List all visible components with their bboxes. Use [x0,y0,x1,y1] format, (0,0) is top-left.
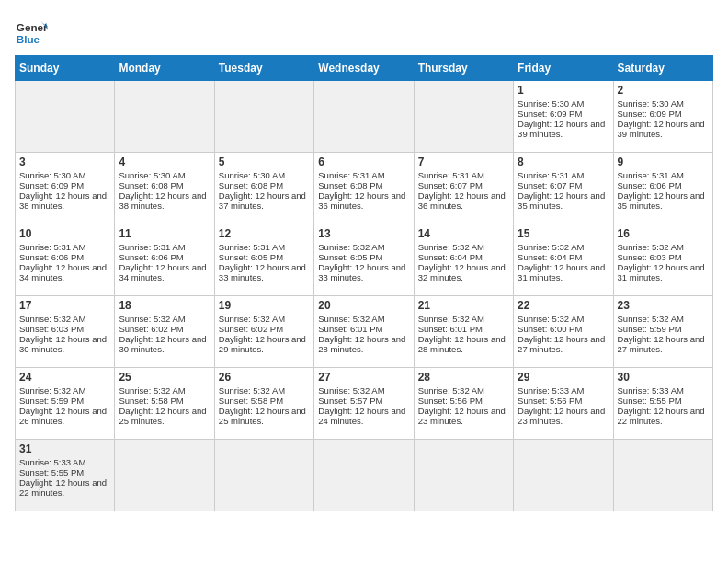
day-info: Sunrise: 5:32 AM [518,314,609,324]
day-number: 20 [318,299,409,312]
day-info: Daylight: 12 hours and 39 minutes. [518,119,609,139]
day-number: 24 [19,371,110,384]
day-number: 3 [19,155,110,168]
calendar-cell: 30Sunrise: 5:33 AMSunset: 5:55 PMDayligh… [613,368,712,440]
day-info: Sunset: 5:58 PM [219,396,310,406]
day-info: Sunrise: 5:32 AM [219,385,310,396]
day-info: Sunset: 6:06 PM [119,252,210,262]
calendar-cell [115,81,214,153]
calendar-cell [414,440,513,511]
day-info: Daylight: 12 hours and 35 minutes. [618,190,709,211]
day-info: Sunset: 6:02 PM [219,324,310,334]
day-info: Daylight: 12 hours and 30 minutes. [119,334,210,354]
page-header: General Blue [15,15,713,48]
day-info: Sunrise: 5:31 AM [19,242,110,252]
day-number: 17 [19,299,110,312]
calendar-cell: 11Sunrise: 5:31 AMSunset: 6:06 PMDayligh… [115,224,214,296]
calendar-cell: 16Sunrise: 5:32 AMSunset: 6:03 PMDayligh… [613,224,712,296]
svg-text:General: General [17,21,48,33]
day-info: Daylight: 12 hours and 38 minutes. [19,190,110,211]
day-info: Sunrise: 5:32 AM [618,314,709,324]
day-number: 22 [518,299,609,312]
calendar-cell: 7Sunrise: 5:31 AMSunset: 6:07 PMDaylight… [414,153,513,224]
day-info: Sunset: 5:55 PM [618,396,709,406]
day-info: Daylight: 12 hours and 22 minutes. [618,406,709,426]
day-info: Sunrise: 5:30 AM [618,98,709,109]
calendar-cell [613,440,712,511]
day-info: Sunset: 6:07 PM [518,180,609,190]
day-number: 2 [618,84,709,97]
day-info: Daylight: 12 hours and 32 minutes. [418,262,509,282]
day-info: Sunrise: 5:31 AM [618,170,709,180]
day-info: Daylight: 12 hours and 33 minutes. [318,262,409,282]
day-info: Sunrise: 5:32 AM [318,314,409,324]
day-info: Sunset: 6:06 PM [19,252,110,262]
calendar-cell: 19Sunrise: 5:32 AMSunset: 6:02 PMDayligh… [214,296,313,368]
day-info: Sunrise: 5:33 AM [19,457,110,467]
day-info: Sunrise: 5:32 AM [518,242,609,252]
day-info: Sunrise: 5:31 AM [418,170,509,180]
day-info: Daylight: 12 hours and 31 minutes. [618,262,709,282]
day-info: Sunrise: 5:33 AM [518,385,609,396]
day-info: Sunset: 5:58 PM [119,396,210,406]
day-info: Sunset: 5:56 PM [518,396,609,406]
day-info: Sunset: 5:59 PM [618,324,709,334]
day-info: Daylight: 12 hours and 27 minutes. [518,334,609,354]
weekday-header-friday: Friday [514,56,613,81]
day-number: 25 [119,371,210,384]
day-number: 1 [518,84,609,97]
calendar-cell: 21Sunrise: 5:32 AMSunset: 6:01 PMDayligh… [414,296,513,368]
calendar-cell: 28Sunrise: 5:32 AMSunset: 5:56 PMDayligh… [414,368,513,440]
day-info: Sunset: 6:08 PM [219,180,310,190]
day-info: Sunset: 6:04 PM [518,252,609,262]
day-info: Sunrise: 5:31 AM [518,170,609,180]
day-info: Sunrise: 5:32 AM [318,385,409,396]
day-info: Sunset: 6:08 PM [318,180,409,190]
day-info: Daylight: 12 hours and 39 minutes. [618,119,709,139]
day-info: Sunrise: 5:31 AM [318,170,409,180]
day-info: Sunset: 6:00 PM [518,324,609,334]
calendar-cell: 13Sunrise: 5:32 AMSunset: 6:05 PMDayligh… [314,224,414,296]
calendar-cell [414,81,513,153]
calendar-cell: 17Sunrise: 5:32 AMSunset: 6:03 PMDayligh… [16,296,115,368]
day-info: Sunrise: 5:32 AM [318,242,409,252]
day-info: Sunset: 6:06 PM [618,180,709,190]
weekday-header-thursday: Thursday [414,56,513,81]
calendar-cell: 27Sunrise: 5:32 AMSunset: 5:57 PMDayligh… [314,368,414,440]
day-number: 16 [618,227,709,240]
day-info: Sunrise: 5:32 AM [418,385,509,396]
day-info: Sunrise: 5:30 AM [119,170,210,180]
day-info: Daylight: 12 hours and 29 minutes. [219,334,310,354]
day-info: Sunrise: 5:32 AM [19,385,110,396]
calendar-cell: 1Sunrise: 5:30 AMSunset: 6:09 PMDaylight… [514,81,613,153]
day-info: Daylight: 12 hours and 25 minutes. [219,406,310,426]
calendar-cell: 6Sunrise: 5:31 AMSunset: 6:08 PMDaylight… [314,153,414,224]
calendar-cell [214,440,313,511]
calendar-cell: 9Sunrise: 5:31 AMSunset: 6:06 PMDaylight… [613,153,712,224]
day-info: Sunrise: 5:31 AM [219,242,310,252]
calendar-cell: 20Sunrise: 5:32 AMSunset: 6:01 PMDayligh… [314,296,414,368]
calendar-cell: 14Sunrise: 5:32 AMSunset: 6:04 PMDayligh… [414,224,513,296]
day-info: Sunrise: 5:32 AM [418,314,509,324]
calendar-cell: 5Sunrise: 5:30 AMSunset: 6:08 PMDaylight… [214,153,313,224]
day-info: Daylight: 12 hours and 37 minutes. [219,190,310,211]
calendar-cell: 18Sunrise: 5:32 AMSunset: 6:02 PMDayligh… [115,296,214,368]
day-info: Daylight: 12 hours and 27 minutes. [618,334,709,354]
day-number: 8 [518,155,609,168]
day-number: 19 [219,299,310,312]
calendar-cell [314,440,414,511]
day-number: 9 [618,155,709,168]
calendar-cell: 31Sunrise: 5:33 AMSunset: 5:55 PMDayligh… [16,440,115,511]
day-info: Sunset: 6:05 PM [219,252,310,262]
day-info: Sunset: 6:08 PM [119,180,210,190]
day-info: Sunset: 6:01 PM [318,324,409,334]
day-info: Sunrise: 5:30 AM [518,98,609,109]
day-info: Daylight: 12 hours and 26 minutes. [19,406,110,426]
day-info: Sunset: 6:09 PM [19,180,110,190]
calendar-cell [214,81,313,153]
day-info: Sunset: 5:59 PM [19,396,110,406]
day-info: Daylight: 12 hours and 31 minutes. [518,262,609,282]
day-info: Sunrise: 5:32 AM [19,314,110,324]
calendar-cell: 22Sunrise: 5:32 AMSunset: 6:00 PMDayligh… [514,296,613,368]
day-info: Daylight: 12 hours and 35 minutes. [518,190,609,211]
